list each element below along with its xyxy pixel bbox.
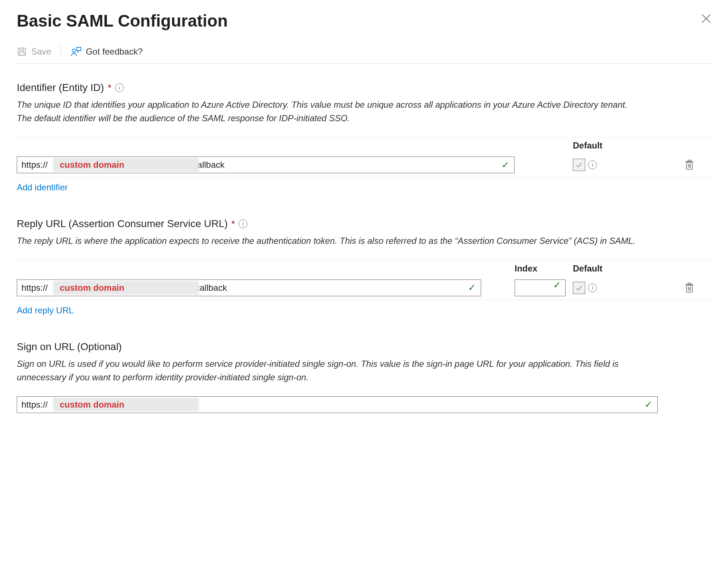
save-button[interactable]: Save [17,47,51,57]
identifier-row: custom domain ✓ i [17,154,711,177]
reply-url-label: Reply URL (Assertion Consumer Service UR… [17,218,228,230]
sign-on-section: Sign on URL (Optional) Sign on URL is us… [17,341,711,413]
reply-url-input[interactable] [17,279,481,296]
svg-rect-8 [688,160,691,162]
reply-url-description: The reply URL is where the application e… [17,234,643,247]
identifier-col-default: Default [573,140,631,151]
save-label: Save [31,47,51,57]
toolbar-separator [61,45,61,58]
feedback-label: Got feedback? [86,47,143,57]
info-icon[interactable]: i [115,83,124,92]
reply-index-input[interactable] [515,279,566,296]
delete-identifier-button[interactable] [685,159,694,170]
sign-on-url-input[interactable] [17,396,658,413]
identifier-label: Identifier (Entity ID) [17,82,104,94]
identifier-section: Identifier (Entity ID) * i The unique ID… [17,82,711,193]
required-asterisk: * [108,82,111,94]
reply-col-default: Default [573,263,631,274]
svg-rect-3 [20,48,24,51]
identifier-table: Default custom domain ✓ [17,137,711,177]
add-identifier-link[interactable]: Add identifier [17,182,68,193]
sign-on-label: Sign on URL (Optional) [17,341,122,353]
page-title: Basic SAML Configuration [17,11,228,31]
identifier-default-checkbox[interactable] [573,159,585,171]
reply-url-table: Index Default custom domain ✓ [17,260,711,300]
reply-url-section: Reply URL (Assertion Consumer Service UR… [17,218,711,315]
info-icon[interactable]: i [588,160,597,169]
info-icon[interactable]: i [588,283,597,292]
svg-rect-4 [20,52,24,55]
sign-on-description: Sign on URL is used if you would like to… [17,357,643,384]
reply-default-checkbox[interactable] [573,282,585,294]
svg-rect-2 [18,48,25,55]
svg-rect-14 [688,283,691,285]
identifier-url-input[interactable] [17,156,515,173]
feedback-button[interactable]: Got feedback? [71,46,143,57]
trash-icon [685,159,694,170]
info-icon[interactable]: i [239,219,247,228]
save-icon [17,47,27,57]
delete-reply-url-button[interactable] [685,282,694,293]
person-feedback-icon [71,46,82,57]
close-button[interactable] [699,11,713,28]
x-icon [701,13,711,24]
required-asterisk: * [231,218,235,230]
trash-icon [685,282,694,293]
reply-col-index: Index [515,263,573,274]
toolbar: Save Got feedback? [17,45,711,64]
reply-url-row: custom domain ✓ ✓ i [17,277,711,300]
identifier-description: The unique ID that identifies your appli… [17,98,643,125]
add-reply-url-link[interactable]: Add reply URL [17,305,74,316]
svg-point-5 [72,49,75,52]
